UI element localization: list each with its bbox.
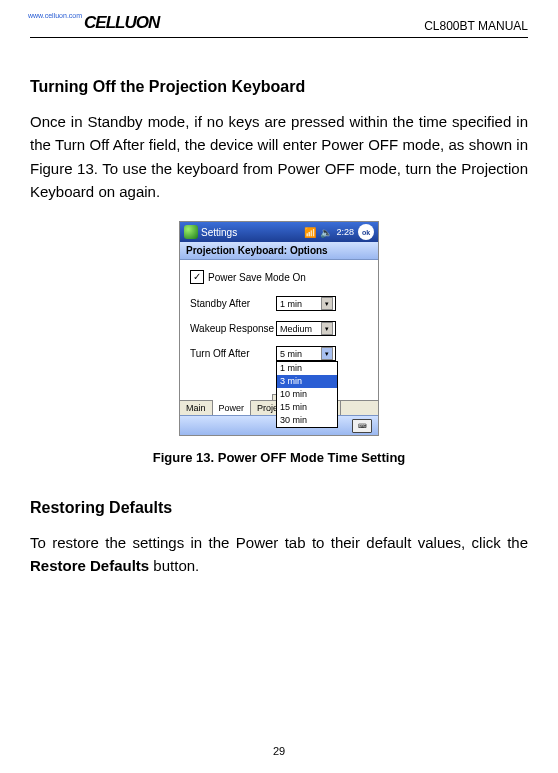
chevron-down-icon: ▾ — [321, 297, 333, 310]
chevron-down-icon: ▾ — [321, 322, 333, 335]
standby-combo[interactable]: 1 min ▾ — [276, 296, 336, 311]
tab-main[interactable]: Main — [180, 401, 213, 415]
section-heading-turnoff: Turning Off the Projection Keyboard — [30, 78, 528, 96]
wakeup-combo[interactable]: Medium ▾ — [276, 321, 336, 336]
restore-text-post: button. — [149, 557, 199, 574]
dropdown-option[interactable]: 10 min — [277, 388, 337, 401]
chevron-down-icon: ▾ — [321, 347, 333, 360]
window-subtitle: Projection Keyboard: Options — [180, 242, 378, 260]
restore-text-bold: Restore Defaults — [30, 557, 149, 574]
dropdown-option[interactable]: 30 min — [277, 414, 337, 427]
wakeup-value: Medium — [280, 324, 312, 334]
manual-title: CL800BT MANUAL — [424, 19, 528, 33]
ok-button[interactable]: ok — [358, 224, 374, 240]
logo-text: CELLUON — [84, 13, 159, 33]
dropdown-option[interactable]: 15 min — [277, 401, 337, 414]
dropdown-option-selected[interactable]: 3 min — [277, 375, 337, 388]
device-titlebar: Settings 📶 🔈 2:28 ok — [180, 222, 378, 242]
figure-13: Settings 📶 🔈 2:28 ok Projection Keyboard… — [30, 221, 528, 436]
app-title: Settings — [201, 227, 237, 238]
section-paragraph-restore: To restore the settings in the Power tab… — [30, 531, 528, 578]
signal-icon: 📶 — [304, 227, 316, 238]
keyboard-icon[interactable]: ⌨ — [352, 419, 372, 433]
page-number: 29 — [0, 745, 558, 757]
device-screenshot: Settings 📶 🔈 2:28 ok Projection Keyboard… — [179, 221, 379, 436]
turnoff-combo[interactable]: 5 min ▾ 1 min 3 min 10 min 15 min 30 min — [276, 346, 336, 361]
turnoff-value: 5 min — [280, 349, 302, 359]
turnoff-label: Turn Off After — [190, 348, 276, 359]
logo-url: www.celluon.com — [28, 12, 82, 19]
tab-power[interactable]: Power — [213, 400, 252, 415]
speaker-icon: 🔈 — [320, 227, 332, 238]
powersave-label: Power Save Mode On — [208, 272, 306, 283]
section-paragraph-turnoff: Once in Standby mode, if no keys are pre… — [30, 110, 528, 203]
standby-label: Standby After — [190, 298, 276, 309]
brand-logo: www.celluon.com CELLUON — [30, 13, 159, 33]
section-heading-restore: Restoring Defaults — [30, 499, 528, 517]
figure-caption: Figure 13. Power OFF Mode Time Setting — [30, 450, 528, 465]
powersave-checkbox[interactable]: ✓ — [190, 270, 204, 284]
wakeup-label: Wakeup Response — [190, 323, 276, 334]
turnoff-dropdown[interactable]: 1 min 3 min 10 min 15 min 30 min — [276, 361, 338, 428]
restore-text-pre: To restore the settings in the Power tab… — [30, 534, 528, 551]
page-header: www.celluon.com CELLUON CL800BT MANUAL — [30, 0, 528, 38]
clock-time: 2:28 — [336, 227, 354, 237]
dropdown-option[interactable]: 1 min — [277, 362, 337, 375]
start-icon[interactable] — [184, 225, 198, 239]
standby-value: 1 min — [280, 299, 302, 309]
